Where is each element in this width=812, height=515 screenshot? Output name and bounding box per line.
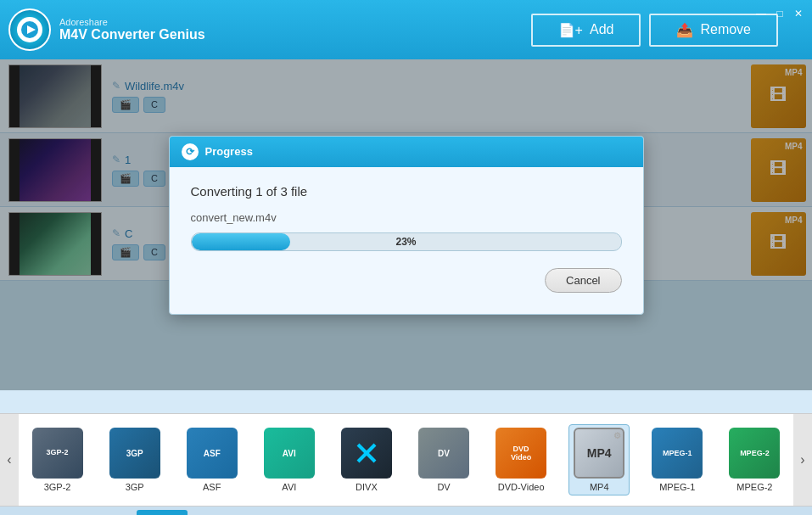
progress-bar-container: 23% — [191, 232, 622, 251]
tab-video[interactable]: Video — [137, 510, 188, 515]
window-controls: — □ ✕ — [754, 7, 805, 20]
format-icon-divx — [341, 428, 392, 479]
format-icon-text: DVDVideo — [511, 445, 531, 462]
format-icon-text: MP4 — [587, 446, 612, 460]
add-icon: 📄+ — [558, 22, 583, 38]
dialog-header: ⟳ Progress — [170, 137, 643, 167]
divx-svg — [351, 438, 382, 468]
app-brand: Adoreshare — [59, 17, 205, 27]
format-item-dv[interactable]: DV DV — [414, 425, 473, 495]
toolbar-buttons: 📄+ Add 📤 Remove — [531, 14, 778, 47]
format-label-avi: AVI — [282, 482, 296, 492]
format-item-avi[interactable]: AVI AVI — [260, 425, 319, 495]
dialog-title: Progress — [205, 145, 253, 158]
format-label-3gp2: 3GP-2 — [44, 482, 71, 492]
remove-icon: 📤 — [676, 22, 693, 38]
format-item-asf[interactable]: ASF ASF — [182, 425, 242, 495]
remove-label: Remove — [700, 22, 751, 37]
format-label-dv: DV — [437, 482, 450, 492]
format-icons-container: 3GP-2 3GP-2 3GP 3GP ASF ASF AVI — [19, 414, 793, 506]
minimize-button[interactable]: — — [754, 7, 768, 20]
format-label-asf: ASF — [203, 482, 221, 492]
format-strip: ‹ 3GP-2 3GP-2 3GP 3GP ASF ASF — [0, 413, 812, 507]
format-item-mpeg1[interactable]: MPEG-1 MPEG-1 — [647, 425, 707, 495]
maximize-button[interactable]: □ — [773, 7, 787, 20]
format-icon-text: AVI — [283, 449, 296, 458]
tab-devices[interactable]: Devices — [70, 510, 132, 515]
title-bar: Adoreshare M4V Converter Genius 📄+ Add 📤… — [0, 0, 812, 59]
format-icon-text: MPEG-1 — [663, 449, 692, 457]
tab-recent[interactable]: Recent — [8, 510, 66, 515]
format-icon-text: 3GP — [126, 449, 143, 458]
format-icon-text: 3GP-2 — [47, 449, 69, 457]
format-icon-mpeg1: MPEG-1 — [652, 428, 703, 479]
add-button[interactable]: 📄+ Add — [531, 14, 641, 47]
format-gear: ⚙ — [613, 431, 621, 440]
format-icon-text: MPEG-2 — [740, 449, 770, 457]
tab-audio[interactable]: Audio — [335, 510, 387, 515]
format-icon-asf: ASF — [187, 428, 238, 479]
format-item-3gp2[interactable]: 3GP-2 3GP-2 — [28, 425, 87, 495]
format-section: Convert to ‹ 3GP-2 3GP-2 3GP 3GP ASF ASF — [0, 413, 812, 515]
format-icon-dvd: DVDVideo — [496, 428, 546, 479]
add-label: Add — [590, 22, 613, 37]
format-item-divx[interactable]: DIVX — [337, 425, 396, 495]
main-area: ✎ Wildlife.m4v 🎬 C MP4 🎞 — [0, 59, 812, 390]
app-title: M4V Converter Genius — [59, 27, 205, 42]
format-icon-mpeg2: MPEG-2 — [729, 428, 780, 479]
dialog-header-icon: ⟳ — [182, 143, 199, 160]
cancel-button[interactable]: Cancel — [545, 268, 621, 293]
format-label-mpeg2: MPEG-2 — [736, 482, 772, 492]
format-item-mp4[interactable]: ⚙ MP4 MP4 — [568, 424, 630, 495]
format-prev-button[interactable]: ‹ — [0, 413, 19, 507]
progress-text: 23% — [395, 236, 416, 248]
dialog-body: Converting 1 of 3 file convert_new.m4v 2… — [170, 167, 643, 314]
format-item-mpeg2[interactable]: MPEG-2 MPEG-2 — [725, 425, 784, 495]
dialog-overlay: ⟳ Progress Converting 1 of 3 file conver… — [0, 59, 812, 390]
format-next-button[interactable]: › — [793, 413, 812, 507]
format-icon-text: DV — [438, 449, 450, 458]
app-logo — [8, 8, 51, 51]
app-name: Adoreshare M4V Converter Genius — [59, 17, 205, 42]
format-label-3gp: 3GP — [126, 482, 144, 492]
converting-text: Converting 1 of 3 file — [191, 184, 622, 199]
dialog-footer: Cancel — [191, 268, 622, 293]
dialog-filename: convert_new.m4v — [191, 211, 622, 224]
format-item-3gp[interactable]: 3GP 3GP — [105, 425, 165, 495]
format-icon-avi: AVI — [264, 428, 315, 479]
close-button[interactable]: ✕ — [792, 7, 805, 20]
format-icon-3gp2: 3GP-2 — [32, 428, 83, 479]
category-tabs: Recent Devices Video Web share HD&3D Aud… — [0, 507, 812, 515]
format-icon-dv: DV — [418, 428, 469, 479]
format-label-mp4: MP4 — [590, 482, 609, 492]
progress-bar-fill — [192, 233, 290, 250]
tab-webshare[interactable]: Web share — [192, 510, 266, 515]
app-logo-inner — [17, 17, 42, 42]
format-label-dvd: DVD-Video — [498, 482, 545, 492]
format-item-dvd[interactable]: DVDVideo DVD-Video — [491, 425, 551, 495]
logo-icon — [20, 20, 40, 40]
format-icon-3gp: 3GP — [109, 428, 160, 479]
format-label-divx: DIVX — [356, 482, 378, 492]
tab-hd3d[interactable]: HD&3D — [271, 510, 331, 515]
format-icon-text: ASF — [204, 449, 221, 458]
format-icon-mp4: ⚙ MP4 — [574, 428, 624, 479]
progress-dialog: ⟳ Progress Converting 1 of 3 file conver… — [169, 136, 644, 315]
format-label-mpeg1: MPEG-1 — [659, 482, 695, 492]
